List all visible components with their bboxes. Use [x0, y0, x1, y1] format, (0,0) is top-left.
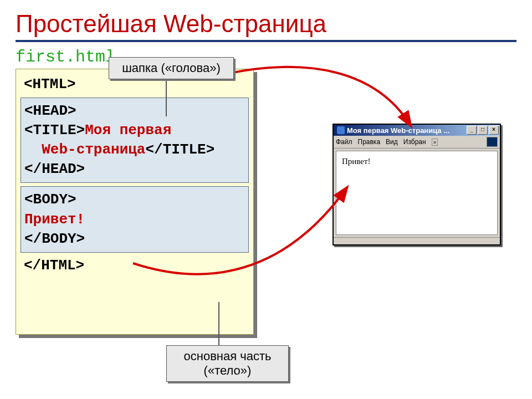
close-button[interactable]: ×	[489, 126, 499, 135]
code-title-line2: Web-страница</TITLE>	[24, 140, 245, 160]
code-example: <HTML> <HEAD> <TITLE>Моя первая Web-стра…	[16, 69, 254, 335]
code-head-open: <HEAD>	[24, 101, 245, 121]
code-head-close: </HEAD>	[24, 160, 245, 179]
menu-favorites[interactable]: Избран	[403, 138, 426, 146]
minimize-button[interactable]: _	[467, 126, 477, 135]
page-text: Привет!	[342, 157, 371, 166]
code-body-text: Привет!	[24, 210, 245, 229]
filename-label: first.html	[16, 48, 516, 66]
browser-statusbar	[334, 237, 500, 244]
slide: Простейшая Web-страница first.html <HTML…	[0, 0, 532, 399]
browser-menubar: Файл Правка Вид Избран »	[334, 136, 500, 149]
menu-file[interactable]: Файл	[336, 138, 352, 146]
slide-title: Простейшая Web-страница	[16, 10, 516, 42]
browser-content: Привет!	[336, 151, 498, 235]
callout-head: шапка («голова»)	[109, 57, 234, 79]
code-body-block: <BODY> Привет! </BODY>	[21, 186, 249, 252]
menu-view[interactable]: Вид	[386, 138, 398, 146]
ie-logo-icon	[487, 137, 498, 147]
menu-more-icon[interactable]: »	[432, 139, 438, 146]
browser-title: Моя первая Web-страница ...	[347, 126, 466, 135]
browser-window: Моя первая Web-страница ... _ □ × Файл П…	[332, 124, 501, 245]
code-box: <HTML> <HEAD> <TITLE>Моя первая Web-стра…	[16, 69, 254, 335]
browser-titlebar: Моя первая Web-страница ... _ □ ×	[334, 125, 500, 136]
maximize-button[interactable]: □	[478, 126, 488, 135]
code-body-open: <BODY>	[24, 190, 245, 209]
code-html-close: </HTML>	[24, 256, 245, 275]
callout-body: основная часть («тело»)	[166, 345, 289, 382]
code-body-close: </BODY>	[24, 229, 245, 249]
code-title-line1: <TITLE>Моя первая	[24, 121, 245, 140]
menu-edit[interactable]: Правка	[358, 138, 381, 146]
code-head-block: <HEAD> <TITLE>Моя первая Web-страница</T…	[21, 98, 249, 183]
ie-icon	[337, 126, 345, 134]
